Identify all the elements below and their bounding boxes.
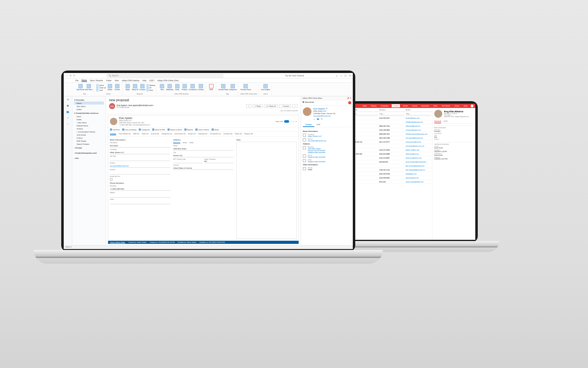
user-avatar-icon[interactable] [471, 105, 473, 107]
nav-emails[interactable]: Emails [402, 104, 409, 107]
add-new-button[interactable]: Add New [110, 128, 120, 131]
nav-deals[interactable]: Deals [362, 104, 368, 107]
col-email[interactable]: Email 1 [406, 109, 431, 111]
contacts-button[interactable]: Contacts [198, 84, 204, 90]
folder-inbox2[interactable]: Inbox [74, 115, 104, 118]
optout-checkbox[interactable] [110, 178, 112, 181]
eway-email-link[interactable]: eve.ayeen@hotmail.com [313, 115, 331, 117]
newlook-toggle[interactable] [284, 120, 289, 123]
tab-eway-online[interactable]: eWay-CRM Online (Dev) [157, 79, 179, 82]
cleanup-button[interactable]: Clean Up [96, 86, 106, 89]
forward-button[interactable]: Forward [139, 84, 146, 91]
folder-archive[interactable]: Archive [74, 127, 104, 130]
more-button[interactable]: More [146, 89, 155, 91]
subtab-1[interactable]: Time Sheets (0) [119, 133, 130, 135]
addr-tab-other[interactable]: Other [190, 142, 194, 144]
folder-sent[interactable]: Sent Items [74, 105, 104, 108]
table-row[interactable]: (212) 934-5167bkusko@yahoo.com [352, 116, 432, 120]
tab-help[interactable]: Help [142, 79, 146, 82]
folder-junk[interactable]: Junk Email [74, 133, 104, 136]
msg-reply-button[interactable]: ↩ Reply [253, 104, 263, 108]
teams-button[interactable]: Chat in Teams [195, 128, 209, 131]
table-row[interactable]: 818-563-530james.henkent@hometrechp.c... [352, 160, 432, 164]
folder-conversation[interactable]: › Conversation History [74, 130, 104, 133]
nav-leaves[interactable]: Leaves [453, 104, 461, 107]
eway-company-link[interactable]: eWay System LLC [308, 135, 322, 137]
card-max-icon[interactable]: ⬀ [293, 121, 294, 122]
msg-more-button[interactable]: ⋯ [292, 104, 298, 108]
folder-sent2[interactable]: › Sent Items [74, 121, 104, 124]
nav-projects[interactable]: Projects [370, 104, 378, 107]
tab-home[interactable]: Home [81, 79, 87, 82]
nav-tasks[interactable]: Tasks [432, 104, 439, 107]
undo-icon[interactable]: ⟳ [73, 75, 75, 77]
subtab-5[interactable]: Categories (0) [161, 133, 172, 135]
tab-sendreceive[interactable]: Send / Receive [90, 79, 103, 82]
folder-deleted[interactable]: Deleted Items [74, 124, 104, 127]
folder-drafts2[interactable]: Drafts [74, 118, 104, 121]
note-textarea[interactable] [236, 142, 297, 239]
subtab-6[interactable]: Documents (0) [175, 133, 186, 135]
table-row[interactable]: (812) 204-8738krigan@fay.com [352, 172, 432, 176]
subtab-4[interactable]: Journal (0) [151, 133, 159, 135]
unread-button[interactable]: Unread/ Read [218, 84, 228, 90]
filter-mobile[interactable] [353, 113, 378, 115]
categorize-button[interactable]: Categorize [229, 84, 237, 90]
projects-button[interactable]: Projects [181, 84, 188, 90]
nav-journal[interactable]: Journal [411, 104, 418, 107]
groups-header[interactable]: › Groups [74, 147, 104, 149]
email2-field[interactable] [110, 171, 170, 174]
eway-close-icon[interactable]: ✕ [350, 97, 351, 99]
company-field[interactable]: eWay System LLC [110, 151, 170, 154]
eway-tab-hub[interactable]: HUB [314, 123, 323, 127]
business-phone-field[interactable]: +1 (816) 286-4322 [110, 188, 170, 191]
eway-mail-icon[interactable]: ✉ [321, 118, 322, 121]
nav-companies[interactable]: Companies [379, 104, 390, 107]
country-field[interactable]: United States of America [173, 167, 234, 170]
card-more-icon[interactable]: ⋮ [290, 121, 292, 122]
subtab-3[interactable]: Tasks (0) [141, 133, 148, 135]
card-close-icon[interactable]: ✕ [296, 121, 297, 122]
categorize-btn[interactable]: Categorize [139, 128, 150, 131]
table-row[interactable]: 555-1234cechy.martin@shrlink.com [352, 180, 432, 184]
nav-documents[interactable]: Documents [420, 104, 430, 107]
tab-folder[interactable]: Folder [106, 79, 111, 82]
table-row[interactable]: (801) 205-7058erinx.garufi@hotmail.com [352, 136, 432, 140]
link-existing-button[interactable]: Link to Existing [122, 128, 137, 131]
filter-email[interactable] [406, 113, 431, 115]
meeting-button[interactable]: Meeting [146, 84, 155, 86]
eway-contact-name[interactable]: Eve Ayeen ↗ [313, 107, 337, 110]
rail-more-icon[interactable]: ⋯ [66, 122, 70, 126]
tab-general[interactable]: General [434, 120, 441, 123]
table-row[interactable]: 9208-245-701(817) 127-8777erica.ferencz@… [352, 140, 432, 144]
viva-button[interactable]: Viva Insights [261, 84, 270, 90]
save-icon[interactable]: ⟲ [70, 75, 71, 77]
eway-teams-icon[interactable]: 👥 [317, 118, 319, 121]
col-mobile[interactable]: Mobile [353, 109, 378, 111]
marketing-button[interactable]: Marketing [166, 84, 173, 90]
table-row[interactable]: 540.9676-554(622) 815-8088jsebrosky@aol.… [352, 152, 432, 156]
subtab-11[interactable]: Deals (0) [235, 133, 242, 135]
table-row[interactable]: jane.zucker@aladostat.com [352, 164, 432, 168]
share-button[interactable]: Share [212, 128, 219, 131]
rail-calendar-icon[interactable]: ▦ [66, 104, 70, 108]
eway-plus-icon[interactable]: ＋ [313, 118, 315, 121]
minimize-icon[interactable]: — [340, 75, 342, 77]
folder-search[interactable]: Search Folders [74, 142, 104, 145]
rail-people-icon[interactable]: 👥 [66, 110, 70, 114]
junk-button[interactable]: Junk [96, 89, 106, 91]
info-header[interactable]: › Info [74, 157, 104, 159]
try-outlook-toggle[interactable]: Try the new Outlook [285, 75, 304, 77]
nav-users[interactable]: Users [462, 104, 469, 107]
folder-inbox[interactable]: Inbox [74, 102, 104, 105]
reports-button[interactable]: Reports [184, 128, 193, 131]
eway-flame-icon[interactable] [348, 101, 351, 104]
favorites-header[interactable]: ∨ Favorites [74, 99, 104, 101]
folder-drafts[interactable]: Drafts [74, 108, 104, 111]
table-row[interactable]: (863) 836-7521michael.ostrosky@ostrosky.… [352, 132, 432, 136]
subtab-0[interactable]: Contact [110, 133, 116, 135]
nav-timesheets[interactable]: Time Sheets [440, 104, 451, 107]
filter-business[interactable] [379, 113, 404, 115]
eway-pin-icon[interactable]: 📌 [347, 97, 349, 99]
search-input[interactable]: 🔍 Search [107, 74, 223, 78]
